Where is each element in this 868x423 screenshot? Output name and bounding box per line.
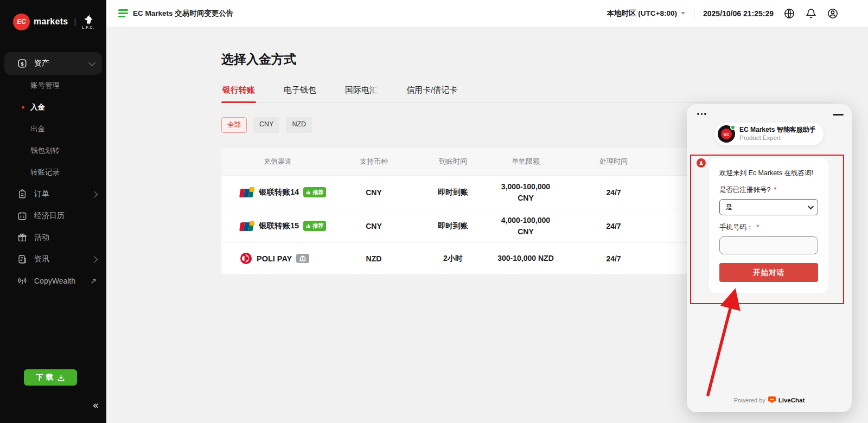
- col-header-limit: 单笔限额: [493, 157, 559, 166]
- registered-select[interactable]: 是: [719, 199, 818, 215]
- active-dot: [22, 106, 24, 109]
- liver-bird-icon: [83, 14, 94, 25]
- filter-cny[interactable]: CNY: [253, 117, 279, 133]
- badge-label: 推荐: [312, 222, 323, 230]
- cell-hours: 24/7: [559, 222, 668, 230]
- globe-icon[interactable]: [783, 8, 795, 20]
- sidebar-nav: $ 资产 账号管理 入金 出金 钱包划转 转账记录 订单 经济日历 活动 资讯: [0, 52, 106, 292]
- required-asterisk: *: [774, 186, 776, 194]
- tab-e-wallet[interactable]: 电子钱包: [283, 82, 317, 102]
- external-link-icon: ↗: [90, 277, 97, 285]
- announcement-link[interactable]: EC Markets 交易时间变更公告: [133, 9, 233, 18]
- col-header-hours: 处理时间: [559, 157, 668, 166]
- sidebar: EC markets | L.F.C. $ 资产 账号管理 入金 出金 钱包划转…: [0, 0, 106, 423]
- cell-limit: 300-10,000 NZD: [493, 253, 559, 264]
- channel-name: 银联转账15: [259, 221, 299, 231]
- sidebar-collapse-button[interactable]: «: [92, 399, 99, 411]
- tab-international-wire[interactable]: 国际电汇: [344, 82, 379, 102]
- announcement-menu-icon[interactable]: [118, 9, 128, 17]
- person-icon: [699, 161, 704, 165]
- col-header-currency: 支持币种: [334, 157, 413, 166]
- topbar: EC Markets 交易时间变更公告 本地时区 (UTC+8:00) 2025…: [106, 0, 868, 27]
- logo-divider: |: [74, 17, 76, 26]
- cell-limit: 3,000-100,000 CNY: [493, 181, 559, 204]
- filter-nzd[interactable]: NZD: [286, 117, 312, 133]
- sidebar-item-account-management[interactable]: 账号管理: [0, 75, 106, 97]
- bank-badge: [296, 254, 309, 263]
- sidebar-item-deposit[interactable]: 入金: [0, 97, 106, 118]
- timezone-selector[interactable]: 本地时区 (UTC+8:00): [607, 9, 685, 18]
- chevron-down-icon: [808, 203, 814, 209]
- download-icon: [57, 374, 65, 382]
- livechat-logo-icon: [768, 396, 776, 403]
- chevron-right-icon: [91, 191, 98, 198]
- annotation-highlight-box: 欢迎来到 Ec Markets 在线咨询! 是否已注册账号?* 是 手机号码：*…: [690, 155, 844, 304]
- selected-option: 是: [725, 202, 732, 212]
- poli-logo-icon: [240, 252, 252, 265]
- required-asterisk: *: [757, 223, 760, 231]
- phone-input[interactable]: [719, 236, 818, 254]
- sidebar-item-news[interactable]: 资讯: [0, 248, 106, 270]
- sidebar-item-label: 活动: [34, 233, 49, 242]
- thumb-up-icon: [306, 223, 311, 228]
- sidebar-item-promotions[interactable]: 活动: [0, 227, 106, 248]
- recommended-badge: 推荐: [303, 221, 326, 231]
- cell-limit: 4,000-100,000 CNY: [493, 215, 559, 238]
- topbar-divider: [694, 8, 694, 19]
- col-header-channel: 充值渠道: [221, 157, 334, 166]
- sidebar-item-label: 资产: [34, 59, 49, 68]
- livechat-widget: EC EC Markets 智能客服助手 Product Expert 欢迎来到…: [687, 104, 852, 412]
- bell-icon[interactable]: [805, 8, 817, 20]
- chat-options-icon[interactable]: [695, 111, 709, 117]
- tab-bank-transfer[interactable]: 银行转账: [221, 82, 256, 102]
- tab-credit-debit-card[interactable]: 信用卡/借记卡: [405, 82, 458, 102]
- chevron-right-icon: [91, 256, 98, 263]
- cell-arrival: 2小时: [413, 254, 493, 264]
- thumb-up-icon: [306, 190, 311, 195]
- agent-mini-avatar-icon: [697, 158, 706, 168]
- filter-all[interactable]: 全部: [221, 117, 247, 133]
- start-chat-button[interactable]: 开始对话: [719, 263, 818, 282]
- cell-currency: CNY: [334, 188, 413, 197]
- col-header-arrival: 到账时间: [413, 157, 493, 166]
- account-icon[interactable]: [827, 8, 839, 20]
- sidebar-item-copywealth[interactable]: CopyWealth ↗: [0, 270, 106, 292]
- download-button[interactable]: 下载: [24, 369, 77, 386]
- sidebar-item-transfer-records[interactable]: 转账记录: [0, 162, 106, 183]
- powered-by-label: Powered by: [734, 397, 765, 403]
- sidebar-item-wallet-transfer[interactable]: 钱包划转: [0, 140, 106, 162]
- pre-chat-form: 欢迎来到 Ec Markets 在线咨询! 是否已注册账号?* 是 手机号码：*…: [709, 158, 828, 293]
- chat-minimize-button[interactable]: [833, 114, 844, 116]
- unionpay-logo-icon: [240, 187, 254, 197]
- channel-name: POLI PAY: [257, 254, 292, 263]
- powered-by: Powered by LiveChat: [687, 396, 852, 403]
- caret-down-icon: [681, 12, 685, 15]
- page-title: 选择入金方式: [221, 51, 832, 68]
- cell-currency: NZD: [334, 254, 413, 263]
- news-icon: [17, 254, 27, 264]
- sidebar-item-economic-calendar[interactable]: 经济日历: [0, 205, 106, 227]
- cell-arrival: 即时到账: [413, 188, 493, 197]
- broadcast-icon: [17, 276, 27, 286]
- sidebar-item-label: 经济日历: [34, 211, 65, 221]
- dollar-square-icon: $: [17, 59, 27, 68]
- svg-text:$: $: [21, 61, 23, 67]
- timezone-label: 本地时区 (UTC+8:00): [607, 9, 677, 18]
- chevron-down-icon: [88, 59, 95, 66]
- cell-hours: 24/7: [559, 188, 668, 197]
- sidebar-item-label: 钱包划转: [30, 146, 60, 156]
- sidebar-item-orders[interactable]: 订单: [0, 183, 106, 205]
- agent-card: EC EC Markets 智能客服助手 Product Expert: [714, 123, 824, 145]
- sidebar-item-withdraw[interactable]: 出金: [0, 118, 106, 140]
- brand-logo: EC markets | L.F.C.: [0, 0, 106, 35]
- sidebar-item-label: 账号管理: [30, 81, 60, 91]
- online-status-dot: [730, 125, 736, 130]
- sidebar-item-assets[interactable]: $ 资产: [4, 52, 102, 75]
- sidebar-item-label: 转账记录: [30, 168, 60, 177]
- sidebar-item-label: CopyWealth: [34, 277, 75, 285]
- sidebar-item-label: 资讯: [34, 254, 49, 264]
- cell-hours: 24/7: [559, 254, 668, 263]
- agent-avatar: EC: [718, 125, 735, 143]
- cell-arrival: 即时到账: [413, 221, 493, 231]
- cell-currency: CNY: [334, 222, 413, 230]
